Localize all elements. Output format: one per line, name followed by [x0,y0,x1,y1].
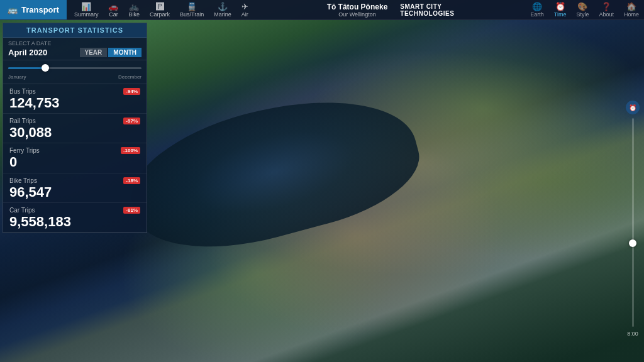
time-slider: ⏰ 8:00 [626,101,639,337]
nav-summary-label: Summary [74,11,99,18]
date-controls: April 2020 YEAR MONTH [8,48,142,57]
stat-row-ferry: Ferry Trips -100% 0 [3,143,147,173]
rail-trips-value: 30,088 [9,125,140,140]
center-brand: Tō Tātou Pōneke Our Wellington SMART CIT… [256,3,526,18]
slider-end-label: December [118,74,142,80]
stat-label-row-car: Car Trips -81% [9,207,140,214]
right-time[interactable]: ⏰ Time [549,1,572,19]
brand-tab[interactable]: 🚌 Transport [0,0,67,19]
slider-track [8,67,142,69]
marine-icon: ⚓ [218,3,228,11]
bike-icon: 🚲 [129,3,139,11]
bus-growth-badge: -94% [123,88,140,95]
time-slider-icon: ⏰ [626,101,640,114]
city-name-sub: Our Wellington [327,11,388,18]
slider-labels: January December [8,74,142,80]
earth-icon: 🌐 [532,3,542,11]
car-trips-value: 9,558,183 [9,214,140,229]
stats-panel: TRANSPORT STATISTICS SELECT A DATE April… [3,23,147,233]
stats-header: TRANSPORT STATISTICS [3,23,147,38]
bike-trips-label: Bike Trips [9,177,37,184]
timeline: January December [3,60,147,84]
nav-marine[interactable]: ⚓ Marine [209,1,236,19]
stat-label-row-rail: Rail Trips -97% [9,118,140,124]
nav-bike-label: Bike [128,11,140,18]
right-about-label: About [599,11,614,18]
nav-bustrail-label: Bus/Train [180,11,204,18]
stat-row-bus: Bus Trips -94% 124,753 [3,84,147,114]
nav-carpark-label: Carpark [150,11,170,18]
nav-summary[interactable]: 📊 Summary [69,1,104,19]
about-icon: ❓ [601,3,611,11]
right-home[interactable]: 🏠 Home [619,1,644,19]
slider-thumb[interactable] [42,64,49,72]
month-button[interactable]: MONTH [108,48,142,57]
time-icon-nav: ⏰ [555,3,565,11]
summary-icon: 📊 [81,3,91,11]
bus-trips-label: Bus Trips [9,88,36,95]
bike-trips-value: 96,547 [9,185,140,200]
right-about[interactable]: ❓ About [594,1,619,19]
right-home-label: Home [624,11,639,18]
nav-car[interactable]: 🚗 Car [103,1,123,19]
stat-label-row-bike: Bike Trips -18% [9,177,140,184]
transport-icon: 🚌 [8,5,18,14]
nav-icons: 📊 Summary 🚗 Car 🚲 Bike 🅿 Carpark 🚆 Bus/T… [67,1,256,19]
smart-city-label: SMART CITYTECHNOLOGIES [400,3,454,17]
city-name: Tō Tātou Pōneke Our Wellington [327,3,388,18]
right-icons: 🌐 Earth ⏰ Time 🎨 Style ❓ About 🏠 Home [525,1,644,19]
right-earth[interactable]: 🌐 Earth [525,1,549,19]
rail-trips-label: Rail Trips [9,118,36,124]
slider-start-label: January [8,74,26,80]
nav-bustrail[interactable]: 🚆 Bus/Train [175,1,209,19]
nav-air-label: Air [242,11,248,18]
time-thumb[interactable] [629,239,636,247]
right-time-label: Time [554,11,567,18]
timeline-slider[interactable] [8,63,142,73]
home-icon: 🏠 [626,3,636,11]
stat-label-row-bus: Bus Trips -94% [9,88,140,95]
date-selector-label: SELECT A DATE [8,40,142,47]
nav-air[interactable]: ✈ Air [236,1,253,19]
stat-label-row-ferry: Ferry Trips -100% [9,147,140,154]
right-earth-label: Earth [530,11,544,18]
bus-trips-value: 124,753 [9,96,140,111]
air-icon: ✈ [242,3,248,11]
stat-row-car: Car Trips -81% 9,558,183 [3,203,147,233]
nav-bike[interactable]: 🚲 Bike [123,1,145,19]
right-style-label: Style [576,11,589,18]
brand-label: Transport [21,5,59,14]
car-trips-label: Car Trips [9,207,35,214]
bike-growth-badge: -18% [123,177,140,184]
period-buttons: YEAR MONTH [80,48,142,57]
year-button[interactable]: YEAR [80,48,108,57]
bustrail-icon: 🚆 [187,3,197,11]
car-icon: 🚗 [108,3,118,11]
stat-row-rail: Rail Trips -97% 30,088 [3,114,147,143]
ferry-trips-value: 0 [9,155,140,170]
stat-row-bike: Bike Trips -18% 96,547 [3,173,147,203]
date-selector: SELECT A DATE April 2020 YEAR MONTH [3,38,147,60]
car-growth-badge: -81% [123,207,140,214]
carpark-icon: 🅿 [156,3,164,11]
rail-growth-badge: -97% [123,118,140,124]
style-icon: 🎨 [577,3,587,11]
topbar: 🚌 Transport 📊 Summary 🚗 Car 🚲 Bike 🅿 Car… [0,0,644,20]
right-style[interactable]: 🎨 Style [571,1,594,19]
city-name-main: Tō Tātou Pōneke [327,3,388,11]
time-value-label: 8:00 [627,331,638,337]
current-date: April 2020 [8,48,47,57]
nav-car-label: Car [109,11,118,18]
slider-fill [8,67,45,69]
ferry-growth-badge: -100% [121,147,140,154]
nav-marine-label: Marine [214,11,231,18]
nav-carpark[interactable]: 🅿 Carpark [145,1,175,19]
ferry-trips-label: Ferry Trips [9,147,40,154]
time-track[interactable] [632,118,634,327]
